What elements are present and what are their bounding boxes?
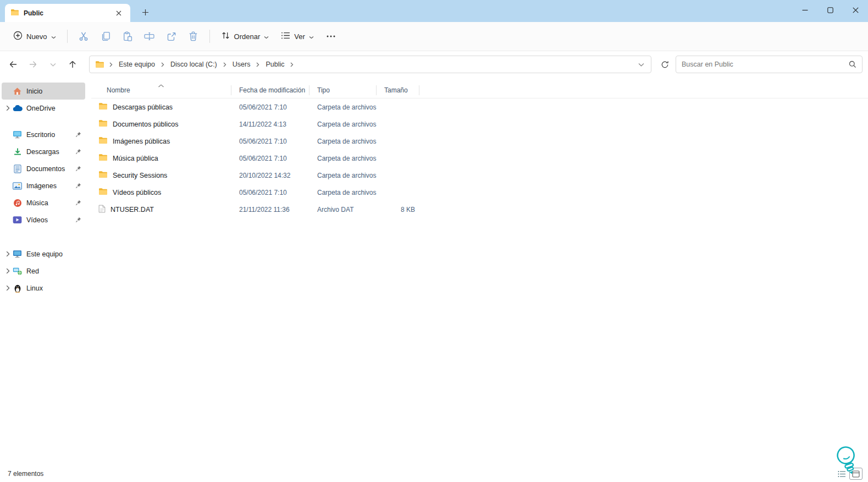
main-area: Inicio OneDrive Escritorio (0, 78, 868, 465)
expand-chevron-icon[interactable] (4, 284, 12, 292)
search-input[interactable] (682, 61, 849, 68)
column-header-date[interactable]: Fecha de modificación (231, 85, 309, 95)
sidebar-item-label: Escritorio (26, 131, 55, 139)
pictures-icon (12, 181, 23, 191)
new-button[interactable]: Nuevo (8, 26, 62, 46)
chevron-down-icon (309, 32, 314, 41)
chevron-down-icon (51, 32, 56, 41)
search-icon (849, 61, 856, 68)
cut-icon[interactable] (73, 26, 94, 46)
recent-locations-chevron-icon[interactable] (44, 56, 62, 73)
sort-icon (221, 31, 230, 42)
breadcrumb-chevron-icon[interactable] (107, 59, 115, 70)
address-dropdown-chevron-icon[interactable] (634, 59, 648, 70)
large-icons-view-icon[interactable] (849, 468, 863, 480)
sidebar-item-onedrive[interactable]: OneDrive (2, 100, 85, 117)
column-header-type[interactable]: Tipo (309, 85, 377, 95)
table-row[interactable]: Vídeos públicos 05/06/2021 7:10 Carpeta … (91, 184, 868, 201)
file-type: Archivo DAT (309, 206, 377, 213)
file-date: 14/11/2022 4:13 (231, 121, 309, 128)
sidebar-item-documentos[interactable]: Documentos (2, 160, 85, 177)
breadcrumb-chevron-icon[interactable] (288, 59, 296, 70)
music-icon (12, 198, 23, 208)
sidebar-item-label: Descargas (26, 148, 59, 156)
maximize-button[interactable] (817, 0, 843, 20)
sidebar-item-label: Vídeos (26, 216, 48, 224)
new-tab-button[interactable] (137, 4, 153, 20)
folder-icon (98, 136, 108, 146)
sort-button[interactable]: Ordenar (215, 26, 275, 46)
pin-icon (74, 216, 82, 224)
sidebar-item-inicio[interactable]: Inicio (2, 83, 85, 100)
details-view-icon[interactable] (835, 468, 848, 480)
sidebar-item-label: Imágenes (26, 182, 57, 190)
up-button[interactable] (64, 56, 81, 73)
new-button-label: Nuevo (26, 32, 47, 41)
column-header-size[interactable]: Tamaño (377, 85, 419, 95)
file-type: Carpeta de archivos (309, 172, 377, 179)
file-name: Security Sessions (113, 172, 167, 179)
file-name: NTUSER.DAT (110, 206, 154, 213)
breadcrumb-chevron-icon[interactable] (253, 59, 262, 70)
pin-icon (74, 148, 82, 156)
file-date: 20/10/2022 14:32 (231, 172, 309, 179)
desktop-icon (12, 130, 23, 140)
file-size: 8 KB (377, 206, 419, 213)
sort-ascending-icon (158, 80, 164, 90)
column-headers: Nombre Fecha de modificación Tipo Tamaño (91, 82, 868, 98)
status-bar: 7 elementos (0, 465, 868, 482)
tab-public[interactable]: Public (5, 4, 130, 22)
breadcrumb-item-este-equipo[interactable]: Este equipo (115, 58, 158, 70)
expand-chevron-icon[interactable] (4, 105, 12, 112)
table-row[interactable]: Música pública 05/06/2021 7:10 Carpeta d… (91, 150, 868, 167)
sidebar-item-red[interactable]: Red (2, 262, 85, 280)
breadcrumb-chevron-icon[interactable] (220, 59, 229, 70)
sidebar-item-descargas[interactable]: Descargas (2, 143, 85, 160)
sidebar-item-musica[interactable]: Música (2, 194, 85, 211)
close-button[interactable] (843, 0, 868, 20)
sidebar-item-label: Linux (26, 284, 43, 292)
refresh-icon[interactable] (656, 56, 673, 73)
sidebar-item-linux[interactable]: Linux (2, 280, 85, 297)
table-row[interactable]: Imágenes públicas 05/06/2021 7:10 Carpet… (91, 133, 868, 150)
sidebar-item-este-equipo[interactable]: Este equipo (2, 245, 85, 262)
sidebar-item-label: OneDrive (26, 105, 56, 112)
table-row[interactable]: Descargas públicas 05/06/2021 7:10 Carpe… (91, 98, 868, 116)
breadcrumb[interactable]: Este equipo Disco local (C:) Users Publi… (89, 56, 651, 73)
share-icon[interactable] (161, 26, 182, 46)
folder-icon (98, 188, 108, 197)
breadcrumb-item-users[interactable]: Users (229, 58, 254, 70)
table-row[interactable]: Security Sessions 20/10/2022 14:32 Carpe… (91, 167, 868, 184)
more-icon[interactable] (320, 26, 341, 46)
breadcrumb-chevron-icon[interactable] (158, 59, 167, 70)
tab-title: Public (24, 9, 108, 17)
sort-button-label: Ordenar (234, 32, 261, 41)
file-name: Imágenes públicas (113, 138, 170, 145)
back-button[interactable] (4, 56, 22, 73)
table-row[interactable]: NTUSER.DAT 21/11/2022 11:36 Archivo DAT … (91, 201, 868, 218)
sidebar-item-escritorio[interactable]: Escritorio (2, 126, 85, 143)
folder-icon (98, 154, 108, 163)
pin-icon (74, 131, 82, 139)
onedrive-icon (12, 103, 23, 113)
navigation-pane: Inicio OneDrive Escritorio (0, 78, 87, 465)
column-header-name[interactable]: Nombre (91, 85, 231, 95)
expand-chevron-icon[interactable] (4, 250, 12, 258)
breadcrumb-item-public[interactable]: Public (262, 58, 288, 70)
linux-icon (12, 283, 23, 293)
expand-chevron-icon[interactable] (4, 267, 12, 275)
view-button[interactable]: Ver (275, 27, 319, 46)
rename-icon[interactable] (139, 26, 160, 46)
tab-close-icon[interactable] (113, 7, 125, 19)
sidebar-item-imagenes[interactable]: Imágenes (2, 177, 85, 194)
table-row[interactable]: Documentos públicos 14/11/2022 4:13 Carp… (91, 116, 868, 133)
file-name: Vídeos públicos (113, 189, 161, 196)
delete-icon[interactable] (183, 26, 204, 46)
forward-button[interactable] (24, 56, 42, 73)
paste-icon[interactable] (117, 26, 138, 46)
breadcrumb-item-disco-local[interactable]: Disco local (C:) (167, 58, 220, 70)
copy-icon[interactable] (95, 26, 116, 46)
sidebar-item-videos[interactable]: Vídeos (2, 211, 85, 228)
minimize-button[interactable] (792, 0, 817, 20)
command-toolbar: Nuevo Ordenar (0, 22, 868, 51)
